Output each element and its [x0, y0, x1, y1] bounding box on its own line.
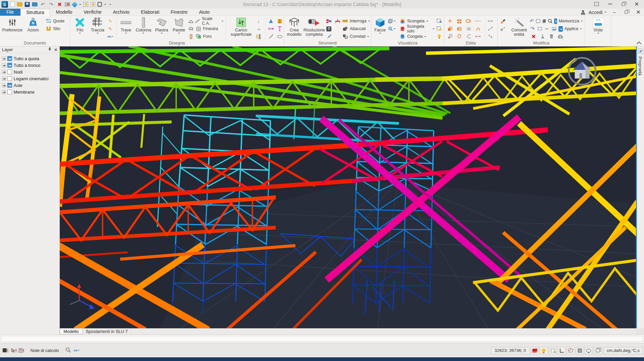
rotate-icon[interactable]: [456, 33, 463, 40]
zoom-tool-icon[interactable]: [388, 25, 395, 32]
expand-icon[interactable]: [2, 57, 6, 61]
move-icon[interactable]: ✛: [446, 18, 454, 24]
split-icon[interactable]: [487, 25, 494, 32]
applica-button[interactable]: Applica: [565, 25, 582, 32]
stretch-icon[interactable]: [465, 18, 472, 24]
line-load-icon[interactable]: ↓↓↓: [255, 25, 262, 32]
rigid-link-icon[interactable]: [276, 25, 283, 32]
layer-checkbox[interactable]: [7, 83, 12, 88]
point-load-icon[interactable]: ↓: [255, 18, 262, 24]
mirror-icon[interactable]: [456, 25, 463, 32]
ortho-mode-icon[interactable]: [558, 347, 566, 354]
snap-mode-icon[interactable]: [567, 347, 575, 354]
selection-filter2-icon[interactable]: [91, 2, 95, 7]
expand-icon[interactable]: [2, 64, 6, 67]
model-viewport[interactable]: [60, 46, 636, 328]
support-icon[interactable]: [276, 18, 283, 24]
layer-checkbox[interactable]: [7, 76, 12, 81]
mdi-restore-button[interactable]: [622, 10, 631, 15]
colonna-button[interactable]: Colonna: [134, 16, 153, 40]
azioni-button[interactable]: N Azioni: [23, 16, 43, 40]
tab-finestre[interactable]: Finestre: [165, 9, 193, 16]
constraint-icon[interactable]: [267, 18, 275, 24]
viste-button[interactable]: Viste: [588, 16, 609, 40]
tooltip-mode-icon[interactable]: [585, 347, 593, 354]
image-icon[interactable]: [551, 25, 557, 32]
new-file-icon[interactable]: [10, 2, 15, 7]
close-panel-icon[interactable]: [54, 48, 57, 51]
tab-verifiche[interactable]: Verifiche: [78, 9, 107, 16]
scongela-button[interactable]: Scongela: [399, 18, 436, 24]
redo-edit-icon[interactable]: ↷: [530, 25, 535, 32]
model-alert-icon[interactable]: !: [3, 348, 9, 353]
sito-button[interactable]: Sito: [45, 25, 65, 32]
expand-icon[interactable]: [2, 77, 6, 81]
ribbon-pin-icon[interactable]: ↑: [590, 0, 603, 8]
login-button[interactable]: Accedi: [589, 10, 607, 15]
undo-icon[interactable]: ↶: [40, 1, 46, 7]
select-window-icon[interactable]: [536, 18, 540, 24]
ellipse-icon[interactable]: [276, 33, 283, 40]
edit-pencil-icon[interactable]: ✎: [107, 25, 114, 32]
mdi-close-button[interactable]: [634, 10, 643, 15]
press-tool-icon[interactable]: [334, 18, 341, 24]
quote-button[interactable]: Quote: [45, 18, 65, 24]
close-button[interactable]: [630, 0, 643, 8]
plot-icon[interactable]: [65, 2, 70, 6]
risoluzione-completa-button[interactable]: Risoluzione completa: [303, 16, 325, 40]
delete-entities-icon[interactable]: [530, 33, 537, 40]
minimize-button[interactable]: [603, 0, 617, 8]
pin-icon[interactable]: [48, 47, 51, 52]
select-fence-icon[interactable]: [537, 25, 543, 32]
memorizza-button[interactable]: Memorizza: [559, 18, 583, 24]
tab-struttura[interactable]: Struttura: [20, 9, 50, 16]
nodes-icon[interactable]: [487, 33, 494, 40]
traccia-button[interactable]: Traccia: [89, 16, 107, 40]
grid-mode-icon[interactable]: [576, 347, 584, 354]
layer-checkbox[interactable]: [7, 90, 12, 94]
link-node-icon[interactable]: [267, 25, 275, 32]
snapshot-icon[interactable]: [557, 33, 564, 40]
select-prev-icon[interactable]: [542, 18, 546, 24]
ucs-mode-icon[interactable]: [594, 347, 602, 354]
delete-icon[interactable]: [56, 1, 62, 7]
qat-customize-dropdown[interactable]: [109, 4, 111, 5]
piastra-button[interactable]: Piastra: [153, 16, 171, 40]
notes-alert-icon[interactable]: !: [19, 348, 24, 353]
trash-icon[interactable]: [548, 33, 555, 40]
offset-icon[interactable]: [465, 25, 472, 32]
scissors-icon[interactable]: ✂: [544, 25, 550, 32]
scale-icon[interactable]: [446, 33, 454, 40]
doc-tab-spostamenti[interactable]: Spostamenti in SLU 7: [83, 329, 132, 334]
redline-icon[interactable]: AB↗: [73, 349, 79, 352]
converti-entita-button[interactable]: Converti entità: [508, 16, 530, 40]
layer-checkbox[interactable]: [7, 63, 12, 68]
tab-file[interactable]: File: [0, 9, 20, 16]
layer-item-legami-cinematici[interactable]: Legami cinematici: [2, 75, 59, 82]
zoom-select-icon[interactable]: [548, 18, 552, 24]
restore-button[interactable]: [617, 0, 630, 8]
notes-label[interactable]: Note di calcolo: [30, 348, 59, 353]
congela-button[interactable]: Congela: [399, 33, 436, 40]
command-field[interactable]: [1, 336, 643, 342]
array-icon[interactable]: [456, 18, 463, 24]
purge-icon[interactable]: [539, 33, 546, 40]
layer-item-tutto-a-quota[interactable]: Tutto a quota: [2, 55, 59, 62]
brush-draw-icon[interactable]: [267, 33, 275, 40]
collapse-ribbon-button[interactable]: [637, 41, 641, 45]
visibility-bulb-icon[interactable]: [540, 347, 548, 354]
layer-item-nodi[interactable]: Nodi: [2, 69, 59, 75]
lengthen-icon[interactable]: [474, 18, 482, 24]
hide-selection-icon[interactable]: [436, 25, 443, 32]
attaccati-button[interactable]: Attaccati: [341, 25, 371, 32]
copy-icon[interactable]: [446, 25, 454, 32]
arc-edit-icon[interactable]: [474, 25, 482, 32]
expand-icon[interactable]: [2, 90, 6, 94]
isolate-selection-icon[interactable]: [436, 18, 443, 24]
layer-item-tutto-a-tronco[interactable]: Tutto a tronco: [2, 62, 59, 69]
clean-tool-icon[interactable]: [325, 33, 333, 40]
window-layout-dropdown[interactable]: [104, 4, 106, 5]
finestra-button[interactable]: Finestra: [187, 25, 224, 32]
sketch-pencil-icon[interactable]: ✎: [107, 18, 114, 24]
layer-checkbox[interactable]: [7, 56, 12, 61]
